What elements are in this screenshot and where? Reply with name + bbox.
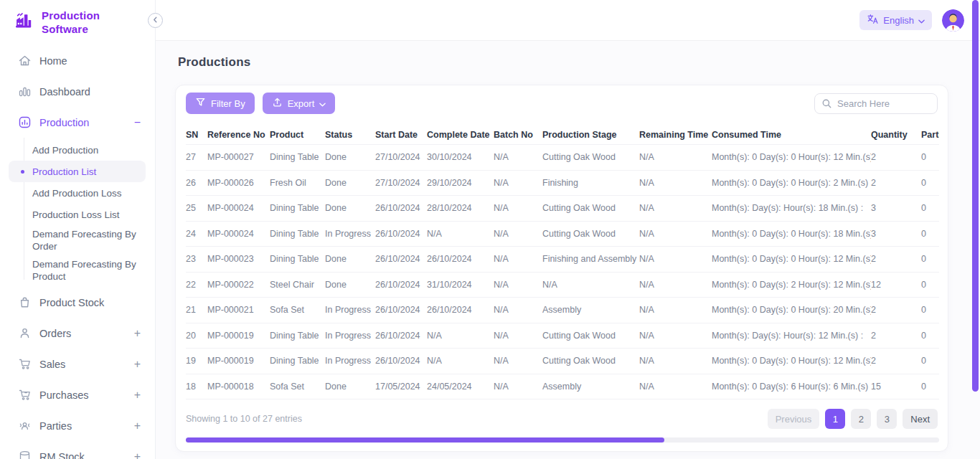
table-cell-partially: 0 — [921, 229, 939, 239]
vertical-scrollbar-thumb[interactable] — [972, 0, 979, 392]
user-avatar[interactable] — [942, 9, 964, 32]
horizontal-scrollbar — [186, 437, 939, 443]
table-cell-product: Dining Table — [270, 203, 325, 213]
table-cell-consumed-time: Month(s): 0 Day(s): 2 Hour(s): 12 Min.(s… — [712, 280, 871, 290]
home-icon — [18, 54, 32, 67]
sidebar-item-parties[interactable]: Parties + — [0, 410, 155, 441]
table-cell-start-date: 26/10/2024 — [375, 305, 427, 315]
expand-plus-icon[interactable]: + — [134, 451, 141, 459]
table-cell-start-date: 27/10/2024 — [375, 152, 427, 162]
table-row: 20MP-000019Dining TableIn Progress26/10/… — [186, 323, 939, 349]
topbar: English — [156, 0, 980, 41]
stock-icon — [18, 450, 32, 459]
sidebar-item-production-loss-list[interactable]: Production Loss List — [9, 204, 146, 225]
table-cell-status: Done — [325, 178, 375, 188]
table-cell-reference-no: MP-000023 — [207, 254, 270, 264]
table-cell-product: Sofa Set — [270, 382, 325, 392]
table-cell-batch-no: N/A — [494, 305, 542, 315]
table-cell-production-stage: Cutting Oak Wood — [542, 203, 639, 213]
sidebar-item-orders[interactable]: Orders + — [0, 318, 155, 349]
table-cell-remaining-time: N/A — [639, 178, 712, 188]
sidebar-item-production[interactable]: Production − — [0, 107, 155, 138]
table-cell-remaining-time: N/A — [639, 356, 712, 366]
table-cell-reference-no: MP-000021 — [207, 305, 270, 315]
sidebar-item-product-stock[interactable]: Product Stock — [0, 287, 155, 318]
next-page-button[interactable]: Next — [903, 409, 938, 429]
expand-plus-icon[interactable]: + — [134, 359, 141, 370]
chevron-down-icon — [319, 98, 326, 109]
sidebar-item-home[interactable]: Home — [0, 45, 155, 76]
page-button-2[interactable]: 2 — [851, 409, 871, 429]
table-scroll-area: SNReference NoProductStatusStart DateCom… — [186, 126, 939, 399]
table-cell-sn: 18 — [186, 382, 207, 392]
table-cell-status: Done — [325, 254, 375, 264]
table-cell-reference-no: MP-000018 — [207, 382, 270, 392]
table-cell-partially: 0 — [921, 280, 939, 290]
table-cell-product: Sofa Set — [270, 305, 325, 315]
sub-item-label: Add Production — [32, 144, 98, 156]
sidebar-item-demand-forecasting-by-order[interactable]: Demand Forecasting By Order — [9, 225, 146, 255]
table-cell-reference-no: MP-000026 — [207, 178, 270, 188]
cart-icon — [18, 357, 32, 371]
table-cell-quantity: 2 — [871, 356, 921, 366]
table-cell-remaining-time: N/A — [639, 254, 712, 264]
table-cell-consumed-time: Month(s): 0 Day(s): 6 Hour(s): 6 Min.(s)… — [712, 382, 871, 392]
table-cell-production-stage: Cutting Oak Wood — [542, 229, 639, 239]
table-cell-complete-date: 26/10/2024 — [427, 305, 494, 315]
person-icon — [18, 326, 32, 340]
table-cell-quantity: 2 — [871, 152, 921, 162]
page-title: Productions — [178, 55, 980, 70]
table-cell-batch-no: N/A — [494, 152, 542, 162]
table-cell-partially: 0 — [921, 152, 939, 162]
expand-plus-icon[interactable]: + — [134, 389, 141, 401]
app-root: Production Software Home Dashb — [0, 0, 980, 459]
page-button-1[interactable]: 1 — [825, 409, 845, 429]
sidebar-item-dashboard[interactable]: Dashboard — [0, 76, 155, 107]
table-cell-reference-no: MP-000024 — [207, 203, 270, 213]
column-header-remaining-time: Remaining Time — [639, 130, 712, 140]
table-cell-remaining-time: N/A — [639, 229, 712, 239]
table-cell-status: In Progress — [325, 356, 375, 366]
filter-by-button[interactable]: Filter By — [186, 93, 255, 114]
expand-plus-icon[interactable]: + — [134, 328, 141, 339]
search-input[interactable] — [814, 93, 938, 114]
sidebar-item-rm-stock[interactable]: RM Stock + — [0, 441, 155, 459]
collapse-minus-icon[interactable]: − — [134, 117, 141, 128]
table-row: 22MP-000022Steel ChairDone26/10/202431/1… — [186, 272, 939, 298]
sidebar-collapse-button[interactable] — [148, 13, 163, 28]
production-icon — [18, 115, 32, 129]
table-cell-consumed-time: Month(s): 0 Day(s): 0 Hour(s): 12 Min.(s… — [712, 152, 871, 162]
column-header-reference-no: Reference No — [207, 130, 270, 140]
previous-page-button[interactable]: Previous — [768, 409, 820, 429]
table-row: 24MP-000024Dining TableIn Progress26/10/… — [186, 221, 939, 247]
table-cell-sn: 25 — [186, 203, 207, 213]
expand-plus-icon[interactable]: + — [134, 420, 141, 432]
table-cell-complete-date: N/A — [427, 356, 494, 366]
sidebar-item-add-production[interactable]: Add Production — [9, 139, 146, 161]
brand-name: Production Software — [42, 9, 100, 37]
chevron-down-icon — [918, 15, 925, 26]
table-cell-sn: 27 — [186, 152, 207, 162]
column-header-status: Status — [325, 130, 375, 140]
table-cell-consumed-time: Month(s): 0 Day(s): 0 Hour(s): 12 Min.(s… — [712, 356, 871, 366]
chevron-left-icon — [151, 15, 159, 26]
table-cell-production-stage: Finishing and Assembly — [542, 254, 639, 264]
sidebar-item-demand-forecasting-by-product[interactable]: Demand Forecasting By Product — [9, 255, 146, 285]
table-cell-consumed-time: Month(s): Day(s): Hour(s): 12 Min.(s) : — [712, 331, 871, 341]
sidebar-item-label: Orders — [39, 328, 71, 339]
sidebar-item-add-production-loss[interactable]: Add Production Loss — [9, 182, 146, 204]
sidebar-item-production-list[interactable]: Production List — [9, 161, 146, 182]
table-cell-status: Done — [325, 152, 375, 162]
pagination: Previous 1 2 3 Next — [768, 409, 938, 429]
export-button[interactable]: Export — [263, 93, 336, 114]
sidebar-item-purchases[interactable]: Purchases + — [0, 379, 155, 410]
page-button-3[interactable]: 3 — [877, 409, 897, 429]
table-body: 27MP-000027Dining TableDone27/10/202430/… — [186, 144, 939, 399]
horizontal-scrollbar-thumb[interactable] — [186, 437, 664, 443]
table-cell-remaining-time: N/A — [639, 152, 712, 162]
export-label: Export — [288, 98, 315, 109]
language-selector[interactable]: English — [859, 10, 932, 30]
sidebar-item-sales[interactable]: Sales + — [0, 349, 155, 379]
upload-icon — [272, 97, 283, 110]
table-cell-consumed-time: Month(s): 0 Day(s): 0 Hour(s): 2 Min.(s)… — [712, 178, 871, 188]
